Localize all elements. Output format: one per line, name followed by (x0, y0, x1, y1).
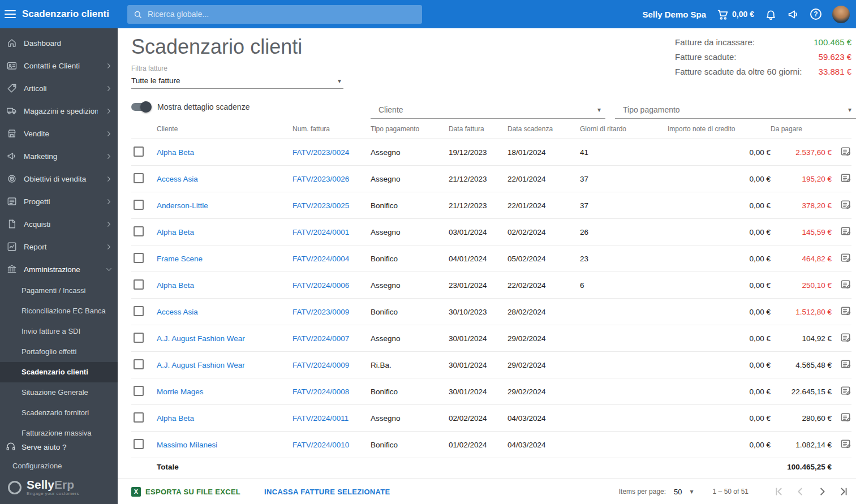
client-link[interactable]: Massimo Milanesi (157, 441, 217, 449)
payment-type-filter-select[interactable]: Tipo pagamento ▾ (615, 103, 856, 119)
client-link[interactable]: Alpha Beta (157, 148, 194, 157)
scadenze-detail-icon[interactable] (840, 252, 851, 264)
client-link[interactable]: Alpha Beta (157, 228, 194, 236)
sidebar-item-marketing[interactable]: Marketing (0, 145, 118, 167)
row-checkbox[interactable] (134, 359, 144, 369)
invoice-number-link[interactable]: FATV/2023/0024 (292, 148, 349, 157)
last-page-icon[interactable] (837, 485, 850, 498)
client-link[interactable]: A.J. August Fashion Wear (157, 361, 245, 369)
invoice-number-link[interactable]: FATV/2024/0011 (292, 414, 349, 423)
previous-page-icon[interactable] (794, 485, 807, 498)
sidebar-subitem-pagamenti-incassi[interactable]: Pagamenti / Incassi (0, 281, 118, 301)
client-link[interactable]: A.J. August Fashion Wear (157, 334, 245, 343)
client-link[interactable]: Access Asia (157, 308, 198, 316)
invoice-number-link[interactable]: FATV/2024/0010 (292, 441, 349, 449)
sidebar-item-articoli[interactable]: Articoli (0, 77, 118, 100)
notifications-bell-icon[interactable] (765, 8, 777, 20)
scadenze-detail-icon[interactable] (840, 332, 851, 343)
client-filter-select[interactable]: Cliente ▾ (371, 103, 605, 119)
sidebar-item-dashboard[interactable]: Dashboard (0, 32, 118, 54)
col-giorni-ritardo[interactable]: Giorni di ritardo (580, 125, 668, 133)
sidebar-item-contatti-e-clienti[interactable]: Contatti e Clienti (0, 54, 118, 77)
col-da-pagare[interactable]: Da pagare (771, 125, 832, 133)
row-checkbox[interactable] (134, 253, 144, 263)
sidebar-subitem-riconciliazione-ec-banca[interactable]: Riconciliazione EC Banca (0, 301, 118, 321)
scadenze-detail-icon[interactable] (840, 173, 851, 184)
scadenze-detail-icon[interactable] (840, 226, 851, 237)
sidebar-item-progetti[interactable]: Progetti (0, 190, 118, 213)
sidebar-subitem-fatturazione-massiva[interactable]: Fatturazione massiva (0, 423, 118, 437)
client-link[interactable]: Morrie Mages (157, 387, 204, 396)
invoice-number-link[interactable]: FATV/2023/0009 (292, 308, 349, 316)
scadenze-detail-icon[interactable] (840, 412, 851, 423)
invoice-filter-select[interactable]: Tutte le fatture ▾ (131, 75, 343, 89)
company-name[interactable]: Selly Demo Spa (643, 10, 707, 19)
items-per-page-select[interactable]: 50 ▾ (674, 488, 694, 496)
row-checkbox[interactable] (134, 147, 144, 157)
help-icon[interactable]: ? (810, 8, 821, 20)
export-excel-button[interactable]: X ESPORTA SU FILE EXCEL (131, 487, 240, 497)
search-input[interactable] (148, 10, 416, 19)
client-link[interactable]: Anderson-Little (157, 201, 208, 210)
sidebar-subitem-scadenzario-fornitori[interactable]: Scadenzario fornitori (0, 403, 118, 423)
sidebar-item-report[interactable]: Report (0, 235, 118, 258)
scadenze-detail-icon[interactable] (840, 146, 851, 157)
row-checkbox[interactable] (134, 173, 144, 183)
invoice-number-link[interactable]: FATV/2023/0026 (292, 175, 349, 183)
sidebar-item-configurazione[interactable]: Configurazione (0, 456, 118, 476)
invoice-row: Access Asia FATV/2023/0009 Bonifico 30/1… (131, 299, 851, 325)
invoice-number-link[interactable]: FATV/2024/0009 (292, 361, 349, 369)
cart-widget[interactable]: 0,00 € (717, 8, 754, 20)
row-checkbox[interactable] (134, 412, 144, 423)
scadenze-detail-icon[interactable] (840, 385, 851, 397)
scadenze-detail-icon[interactable] (840, 279, 851, 290)
col-importo-note-credito[interactable]: Importo note di credito (668, 125, 771, 133)
invoice-number-link[interactable]: FATV/2024/0001 (292, 228, 349, 236)
row-checkbox[interactable] (134, 386, 144, 396)
row-checkbox[interactable] (134, 226, 144, 236)
menu-icon[interactable] (5, 10, 16, 18)
scadenze-detail-icon[interactable] (840, 359, 851, 370)
sidebar-item-magazzini-e-spedizion[interactable]: Magazzini e spedizion (0, 100, 118, 122)
invoice-number-link[interactable]: FATV/2024/0006 (292, 281, 349, 290)
sidebar-subitem-situazione-generale[interactable]: Situazione Generale (0, 382, 118, 403)
user-avatar[interactable] (832, 6, 850, 23)
scadenze-detail-icon[interactable] (840, 438, 851, 450)
table-header: Cliente Num. fattura Tipo pagamento Data… (131, 119, 851, 139)
sidebar-subitem-invio-fatture-a-sdi[interactable]: Invio fatture a SDI (0, 321, 118, 342)
col-tipo-pagamento[interactable]: Tipo pagamento (371, 125, 449, 133)
global-search[interactable] (127, 5, 422, 24)
invoice-number-link[interactable]: FATV/2023/0025 (292, 201, 349, 210)
col-num-fattura[interactable]: Num. fattura (292, 125, 371, 133)
invoice-number-link[interactable]: FATV/2024/0004 (292, 255, 349, 263)
row-checkbox[interactable] (134, 306, 144, 316)
next-page-icon[interactable] (815, 485, 829, 498)
client-link[interactable]: Frame Scene (157, 255, 203, 263)
sidebar-subitem-portafoglio-effetti[interactable]: Portafoglio effetti (0, 342, 118, 362)
scadenze-detail-icon[interactable] (840, 199, 851, 210)
row-checkbox[interactable] (134, 333, 144, 343)
sidebar-item-serve-aiuto[interactable]: Serve aiuto ? (0, 437, 118, 456)
sidebar-item-amministrazione[interactable]: Amministrazione (0, 258, 118, 281)
sidebar-item-vendite[interactable]: Vendite (0, 122, 118, 145)
scadenze-detail-icon[interactable] (840, 305, 851, 317)
col-cliente[interactable]: Cliente (157, 125, 292, 133)
announcements-megaphone-icon[interactable] (788, 8, 799, 20)
sidebar-item-obiettivi-di-vendita[interactable]: Obiettivi di vendita (0, 167, 118, 190)
sidebar: DashboardContatti e ClientiArticoliMagaz… (0, 28, 118, 504)
detail-toggle[interactable] (131, 103, 150, 111)
row-checkbox[interactable] (134, 200, 144, 210)
client-link[interactable]: Alpha Beta (157, 414, 194, 423)
col-data-scadenza[interactable]: Data scadenza (507, 125, 580, 133)
client-link[interactable]: Alpha Beta (157, 281, 194, 290)
invoice-number-link[interactable]: FATV/2024/0007 (292, 334, 349, 343)
col-data-fattura[interactable]: Data fattura (449, 125, 507, 133)
client-link[interactable]: Access Asia (157, 175, 198, 183)
collect-selected-button[interactable]: INCASSA FATTURE SELEZIONATE (264, 488, 390, 496)
first-page-icon[interactable] (772, 485, 786, 498)
sidebar-item-acquisti[interactable]: Acquisti (0, 213, 118, 235)
invoice-number-link[interactable]: FATV/2024/0008 (292, 387, 349, 396)
row-checkbox[interactable] (134, 439, 144, 449)
row-checkbox[interactable] (134, 279, 144, 290)
sidebar-subitem-scadenzario-clienti[interactable]: Scadenzario clienti (0, 362, 118, 382)
